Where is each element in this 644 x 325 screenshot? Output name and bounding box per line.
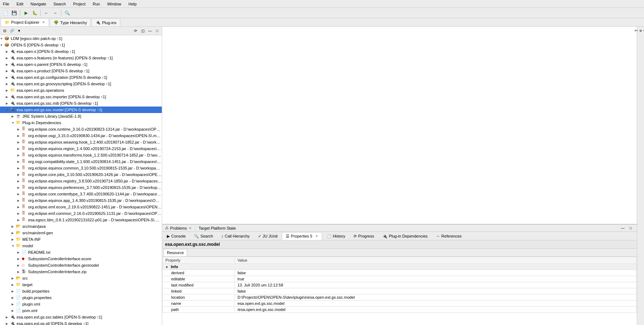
properties-tab-close[interactable]: ✕ (315, 234, 318, 238)
sync-button[interactable]: ⟳ (132, 28, 139, 34)
tree-item[interactable]: ▶🗜SubsystemControllerInterface.zip (0, 268, 162, 275)
tree-item[interactable]: ▼🔌esa.open.ext.gs.ssc.model [OPEN-S deve… (0, 107, 162, 113)
tree-item[interactable]: ▶🔌esa.open.ext.gs.ssc.importer [OPEN-S d… (0, 94, 162, 100)
tree-item[interactable]: ▶🗄org.eclipse.equinox.region_1.4.500.v20… (0, 145, 162, 152)
menu-project[interactable]: Project (72, 1, 87, 7)
tree-item[interactable]: ▼📁model (0, 243, 162, 249)
bottom-tab-call-hierarchy[interactable]: ↕ Call Hierarchy (217, 232, 254, 240)
tab-type-hierarchy[interactable]: 🌳 Type Hierarchy (50, 18, 91, 26)
filter-button[interactable]: ▼ (16, 28, 22, 34)
tree-item[interactable]: ▶🗄org.eclipse.emf.common_2.16.0.v2019062… (0, 210, 162, 217)
tree-item[interactable]: ▶📄plugin.xml (0, 301, 162, 307)
menu-run[interactable]: Run (91, 1, 101, 7)
bottom-tab-console[interactable]: ▶ Console (163, 232, 190, 240)
tree-item[interactable]: ▶🔌esa.open.ext.gs.ssc.tables [OPEN-S dev… (0, 314, 162, 320)
tree-item[interactable]: ▶📁target (0, 281, 162, 288)
tree-arrow: ▶ (17, 212, 22, 215)
tree-item[interactable]: ▶📄plugin.properties (0, 294, 162, 301)
tree-item[interactable]: ▶🗄org.eclipse.equinox.weaving.hook_1.2.4… (0, 139, 162, 145)
maximize-button[interactable]: □ (154, 28, 160, 34)
tree-item[interactable]: ▶🔌esa.open.ext.gs.ssc.mib [OPEN-S develo… (0, 100, 162, 107)
link-editor-button[interactable]: 🔗 (9, 28, 15, 34)
tree-item[interactable]: ▶🗄org.eclipse.equinox.common_3.10.500.v2… (0, 165, 162, 171)
tree-item[interactable]: ▼📁Plug-in Dependencies (0, 119, 162, 126)
tree-item[interactable]: ▶📁esa.open.ext.gs.operations (0, 87, 162, 94)
tree-item[interactable]: ▶🔌esa.open-s [OPEN-S develop ↑1] (0, 48, 162, 55)
tree-item[interactable]: ▶🔌esa.open.ext.gs.groovyscripting [OPEN-… (0, 81, 162, 87)
tree-item[interactable]: ▶🗄org.eclipse.core.contenttype_3.7.400.v… (0, 191, 162, 197)
tree-item[interactable]: ▶📄README.txt (0, 249, 162, 256)
menu-navigate[interactable]: Navigate (29, 1, 48, 7)
tree-item[interactable]: ▶🗄org.eclipse.equinox.registry_3.8.500.v… (0, 178, 162, 184)
history-tab-icon: 🕐 (327, 234, 332, 239)
bottom-tab-properties[interactable]: ☰ Properties 5 ✕ (282, 232, 322, 240)
tree-icon-jar: 🗄 (22, 146, 27, 151)
tree-item[interactable]: ▼📦OPEN-S [OPEN-S develop ↑1] (0, 42, 162, 48)
minimize-button[interactable]: — (147, 28, 153, 34)
tree-item[interactable]: ▶◇SubsystemControllerInterface.genmodel (0, 262, 162, 268)
tab-plugins[interactable]: 🔌 Plug-ins (92, 18, 120, 26)
save-button[interactable]: 💾 (10, 9, 18, 17)
tree-item[interactable]: ▼📦LDM [egscc-ldm patch-sp ↑1] (0, 35, 162, 42)
tree-item[interactable]: ▶🔌esa.open.ext.gs.configuration [OPEN-S … (0, 74, 162, 81)
tree-item[interactable]: ▶☕JRE System Library [JavaSE-1.8] (0, 113, 162, 119)
tree-item[interactable]: ▶🗄org.eclipse.equinox.transforms.hook_1.… (0, 152, 162, 158)
menu-edit[interactable]: Edit (15, 1, 25, 7)
prop-value: D:\Projects\OPEN\OPEN-S\dev\plugins\esa.… (235, 294, 637, 301)
tree-item[interactable]: ▶📄pom.xml (0, 307, 162, 314)
tree-icon-jar: 🗄 (22, 191, 27, 197)
bottom-tab-junit[interactable]: ✓ JU JUnit (254, 232, 282, 240)
menu-search[interactable]: Search (52, 1, 67, 7)
tree-item[interactable]: ▶🗄org.eclipse.equinox.preferences_3.7.50… (0, 184, 162, 191)
tree-item[interactable]: ▶🗄org.eclipse.osgi_3.15.0.v20190830-1434… (0, 132, 162, 139)
tree-item[interactable]: ▶📄build.properties (0, 288, 162, 294)
tree-item[interactable]: ▶🔌esa.open-s.product [OPEN-S develop ↑1] (0, 68, 162, 74)
explorer-tree[interactable]: ▼📦LDM [egscc-ldm patch-sp ↑1]▼📦OPEN-S [O… (0, 35, 162, 325)
tree-item[interactable]: ▶📂src/main/emf-gen (0, 230, 162, 236)
problems-maximize[interactable]: □ (627, 225, 634, 231)
tree-label: esa.open.ext.gs.stl [OPEN-S develop ↑1] (17, 321, 88, 325)
tree-item[interactable]: ▶🗄org.eclipse.core.runtime_3.16.0.v20190… (0, 126, 162, 132)
bottom-tab-progress[interactable]: ⟳ Progress (350, 232, 378, 240)
tree-item[interactable]: ▶🗄org.eclipse.core.jobs_3.10.500.v201906… (0, 171, 162, 178)
run-button[interactable]: ▶ (22, 9, 30, 17)
tree-item[interactable]: ▶📁META-INF (0, 236, 162, 243)
back-button[interactable]: ← (43, 9, 50, 17)
tree-item[interactable]: ▶◆SubsystemControllerInterface.ecore (0, 256, 162, 262)
tree-icon-zip: 🗜 (22, 269, 27, 274)
menu-help[interactable]: Help (127, 1, 138, 7)
tree-item[interactable]: ▶🔌esa.open-s.parent [OPEN-S develop ↑1] (0, 61, 162, 68)
search-toolbar-button[interactable]: 🔍 (63, 9, 71, 17)
tree-item[interactable]: ▶🗄esa.egscc.ldm_0.8.1.v201902131622-p01.… (0, 217, 162, 223)
bottom-tab-references[interactable]: → References (432, 232, 466, 240)
problems-minimize[interactable]: — (619, 225, 626, 231)
tree-icon-file: 📄 (22, 250, 27, 255)
bottom-tab-history[interactable]: 🕐 History (323, 232, 349, 240)
tree-label: META-INF (22, 237, 41, 242)
tree-item[interactable]: ▶📂src/main/java (0, 223, 162, 230)
tree-icon-plugin: 🔌 (10, 62, 16, 67)
tab-project-explorer[interactable]: 📁 Project Explorer ✕ (1, 18, 49, 26)
outline-label: Teo (635, 30, 644, 32)
menu-file[interactable]: File (1, 1, 11, 7)
collapse-all-button[interactable]: ⊟ (1, 28, 8, 34)
tree-item[interactable]: ▶🔌esa.open-s.features (in features) [OPE… (0, 55, 162, 61)
tree-icon-jar: 🗄 (22, 140, 27, 145)
forward-button[interactable]: → (51, 9, 59, 17)
tree-item[interactable]: ▶📂src (0, 275, 162, 281)
new-button[interactable]: 📄 (1, 9, 9, 17)
tree-icon-plugin: 🔌 (10, 101, 16, 106)
tree-item[interactable]: ▶🔌esa.open.ext.gs.stl [OPEN-S develop ↑1… (0, 320, 162, 325)
tree-item[interactable]: ▶🗄org.osgi.compatibility.state_1.1.600.v… (0, 158, 162, 165)
tree-item[interactable]: ▶🗄org.eclipse.emf.ecore_2.19.0.v20190822… (0, 204, 162, 210)
prop-tab-resource[interactable]: Resource (164, 249, 187, 256)
collapse-button[interactable]: ◫ (139, 28, 146, 34)
bottom-tab-search[interactable]: 🔍 Search (190, 232, 217, 240)
tree-label: org.eclipse.osgi_3.15.0.v20190830-1434.j… (28, 134, 162, 138)
tree-item[interactable]: ▶🗄org.eclipse.equinox.app_1.4.300.v20190… (0, 197, 162, 204)
tab-project-explorer-close[interactable]: ✕ (42, 21, 45, 24)
bottom-tab-plugin-deps[interactable]: 🔌 Plug-in Dependencies (378, 232, 432, 240)
tree-icon-folder: 📁 (16, 282, 22, 287)
debug-button[interactable]: 🐛 (31, 9, 39, 17)
menu-window[interactable]: Window (106, 1, 123, 7)
